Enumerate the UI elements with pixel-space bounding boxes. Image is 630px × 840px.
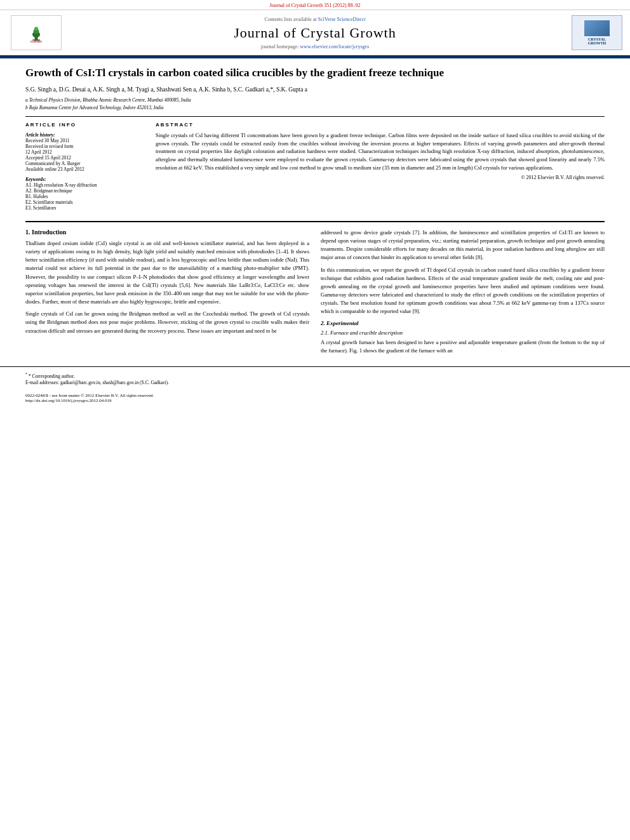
- keyword-1: A1. High resolution X-ray diffraction: [25, 182, 143, 188]
- issn-line: 0022-0248/$ - see front matter © 2012 El…: [25, 393, 605, 398]
- abstract-text: Single crystals of CsI having different …: [156, 131, 605, 172]
- top-bar: Journal of Crystal Growth 351 (2012) 88–…: [0, 0, 630, 10]
- crystal-logo-img: [584, 20, 610, 36]
- keyword-2: A2. Bridgman technique: [25, 188, 143, 194]
- page-wrapper: Journal of Crystal Growth 351 (2012) 88–…: [0, 0, 630, 406]
- section1-right-para2: In this communication, we report the gro…: [321, 266, 605, 316]
- contents-line: Contents lists available at SciVerse Sci…: [265, 17, 366, 22]
- bottom-bar: 0022-0248/$ - see front matter © 2012 El…: [0, 390, 630, 406]
- article-title: Growth of CsI:Tl crystals in carbon coat…: [25, 66, 605, 80]
- body-col-left: 1. Introduction Thallium doped cesium io…: [25, 229, 309, 359]
- article-history: Article history: Received 30 May 2011 Re…: [25, 131, 143, 172]
- section2-text: A crystal growth furnace has been design…: [321, 338, 605, 355]
- svg-point-3: [34, 27, 38, 30]
- communicated: Communicated by A. Burger: [25, 161, 143, 166]
- email-footnote: E-mail addresses: gadkari@barc.gov.in, s…: [25, 380, 605, 385]
- crystal-growth-logo: CRYSTAL GROWTH: [572, 15, 622, 50]
- section1-right-para1: addressed to grow device grade crystals …: [321, 229, 605, 262]
- homepage-link[interactable]: www.elsevier.com/locate/jcrysgro: [300, 44, 369, 50]
- elsevier-logo-area: ELSEVIER: [8, 15, 65, 50]
- keyword-5: E3. Scintillators: [25, 205, 143, 211]
- affiliations: a Technical Physics Division, Bhabha Ato…: [25, 97, 605, 111]
- authors-text: S.G. Singh a, D.G. Desai a, A.K. Singh a…: [25, 86, 307, 93]
- elsevier-logo: ELSEVIER: [11, 15, 62, 50]
- divider-1: [25, 116, 605, 117]
- accepted-date: Accepted 15 April 2012: [25, 155, 143, 161]
- article-content: Growth of CsI:Tl crystals in carbon coat…: [0, 58, 630, 366]
- info-abstract-row: ARTICLE INFO Article history: Received 3…: [25, 122, 605, 215]
- sciverse-link[interactable]: SciVerse ScienceDirect: [318, 17, 366, 22]
- history-label: Article history:: [25, 132, 55, 138]
- keywords-label: Keywords:: [25, 177, 46, 182]
- corresponding-note: * * Corresponding author.: [25, 372, 605, 379]
- elsevier-tree-svg: ELSEVIER: [23, 23, 49, 43]
- divider-2: [25, 221, 605, 222]
- homepage-line: journal homepage: www.elsevier.com/locat…: [261, 44, 370, 50]
- section1-para2: Single crystals of CsI can be grown usin…: [25, 310, 309, 335]
- svg-text:ELSEVIER: ELSEVIER: [30, 40, 42, 42]
- received-revised-label: Received in revised form: [25, 143, 143, 149]
- keyword-4: E2. Scintillator materials: [25, 199, 143, 205]
- available-online: Available online 23 April 2012: [25, 166, 143, 172]
- footer-section: * * Corresponding author. E-mail address…: [0, 366, 630, 391]
- authors-line: S.G. Singh a, D.G. Desai a, A.K. Singh a…: [25, 85, 605, 94]
- article-info: ARTICLE INFO Article history: Received 3…: [25, 122, 143, 215]
- journal-logo-area: CRYSTAL GROWTH: [565, 15, 622, 50]
- keywords-section: Keywords: A1. High resolution X-ray diff…: [25, 176, 143, 211]
- abstract-section: ABSTRACT Single crystals of CsI having d…: [156, 122, 605, 215]
- received-revised-date: 12 April 2012: [25, 149, 143, 155]
- received-date: Received 30 May 2011: [25, 138, 143, 143]
- journal-citation: Journal of Crystal Growth 351 (2012) 88–…: [269, 3, 360, 8]
- doi-line: http://dx.doi.org/10.1016/j.jcrysgro.201…: [25, 398, 605, 403]
- crystal-logo-label: CRYSTAL GROWTH: [588, 37, 606, 45]
- article-info-title: ARTICLE INFO: [25, 122, 143, 128]
- journal-title: Journal of Crystal Growth: [234, 25, 396, 41]
- section1-heading: 1. Introduction: [25, 229, 309, 236]
- journal-header: ELSEVIER Contents lists available at Sci…: [0, 10, 630, 57]
- body-col-right: addressed to grow device grade crystals …: [321, 229, 605, 359]
- affiliation-b: b Raja Ramanna Centre for Advanced Techn…: [25, 105, 164, 110]
- section2-subsection: 2.1. Furnace and crucible description: [321, 330, 605, 336]
- body-columns: 1. Introduction Thallium doped cesium io…: [25, 229, 605, 359]
- affiliation-a: a Technical Physics Division, Bhabha Ato…: [25, 97, 191, 103]
- journal-header-center: Contents lists available at SciVerse Sci…: [71, 15, 559, 50]
- section2-heading: 2. Experimental: [321, 320, 605, 326]
- keyword-3: B1. Halides: [25, 194, 143, 199]
- abstract-title: ABSTRACT: [156, 122, 605, 128]
- section1-para1: Thallium doped cesium iodide (CsI) singl…: [25, 239, 309, 306]
- copyright: © 2012 Elsevier B.V. All rights reserved…: [156, 175, 605, 180]
